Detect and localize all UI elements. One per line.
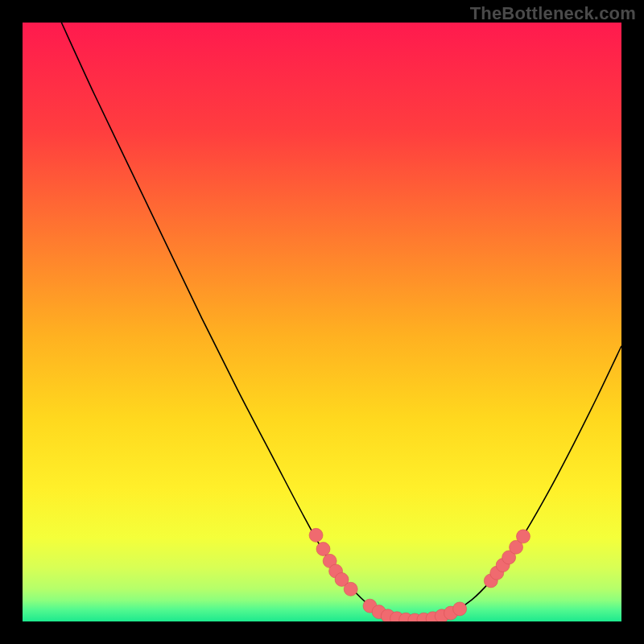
curve-marker [453,602,467,616]
curve-marker [316,542,330,555]
plot-area [23,23,621,621]
app-frame: TheBottleneck.com [0,0,644,644]
curve-marker [344,582,357,596]
curve-marker [309,528,323,542]
curve-marker [516,530,530,543]
bottleneck-chart [23,23,621,621]
watermark-text: TheBottleneck.com [470,3,636,24]
